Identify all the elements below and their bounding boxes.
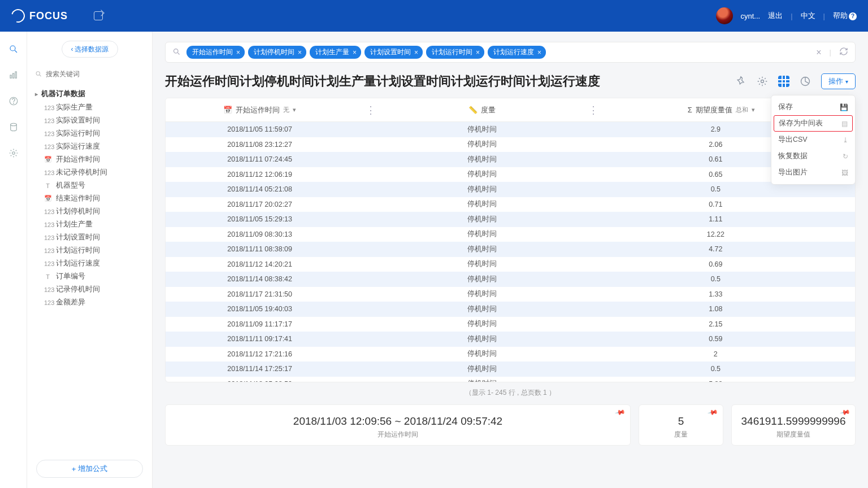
tree-item[interactable]: 123未记录停机时间 (27, 166, 152, 179)
cell-value: 0.59 (610, 335, 855, 343)
select-datasource-button[interactable]: 选择数据源 (62, 41, 118, 58)
table-row[interactable]: 2018/11/05 19:40:03停机时间1.08 (166, 302, 855, 317)
action-button[interactable]: 操作▾ (821, 73, 856, 89)
field-type-icon: 123 (44, 104, 51, 111)
cell-measure: 停机时间 (388, 245, 576, 254)
table-row[interactable]: 2018/11/14 08:38:42停机时间0.5 (166, 272, 855, 287)
rail-chart-icon[interactable] (8, 70, 19, 80)
table-row[interactable]: 2018/11/12 12:06:19停机时间0.65 (166, 167, 855, 182)
table-row[interactable]: 2018/11/12 14:20:21停机时间0.69 (166, 257, 855, 272)
tree-item[interactable]: 📅开始运作时间 (27, 153, 152, 166)
pin-icon[interactable] (735, 76, 747, 87)
field-type-icon: 123 (44, 169, 51, 176)
menu-item-export-csv[interactable]: 导出CSV⤓ (771, 132, 855, 148)
tree-group[interactable]: 机器订单数据 (27, 86, 152, 101)
table-row[interactable]: 2018/11/05 15:29:13停机时间1.11 (166, 212, 855, 227)
chart-view-icon[interactable] (800, 76, 811, 87)
tree-item[interactable]: 123实际生产量 (27, 101, 152, 114)
lang-link[interactable]: 中文 (801, 11, 815, 21)
chip-remove-icon[interactable]: × (537, 49, 541, 56)
rail-help-icon[interactable] (8, 96, 19, 106)
query-chip[interactable]: 计划设置时间× (364, 46, 423, 59)
refresh-icon[interactable] (839, 47, 848, 58)
cell-value: 0.69 (610, 260, 855, 268)
table-row[interactable]: 2018/11/17 21:31:50停机时间1.33 (166, 287, 855, 302)
tree-item[interactable]: 123实际运行时间 (27, 127, 152, 140)
tree-item[interactable]: 123计划生产量 (27, 218, 152, 231)
table-icon: ▤ (841, 120, 848, 128)
logout-link[interactable]: 退出 (768, 11, 783, 21)
tree-item[interactable]: 123实际运行速度 (27, 140, 152, 153)
field-type-icon: 123 (44, 130, 51, 137)
table-row[interactable]: 2018/11/17 20:02:27停机时间0.71 (166, 197, 855, 212)
tree-item-label: 计划停机时间 (56, 207, 100, 216)
sidebar-search[interactable] (35, 70, 144, 79)
table-row[interactable]: 2018/11/18 05:28:59停机时间5.88 (166, 377, 855, 382)
rail-settings-icon[interactable] (8, 148, 19, 158)
tree-item[interactable]: 123金额差异 (27, 296, 152, 309)
field-type-icon: 123 (44, 234, 51, 241)
tree-item[interactable]: 123实际设置时间 (27, 114, 152, 127)
table-row[interactable]: 2018/11/12 17:21:16停机时间2 (166, 347, 855, 362)
col-menu-icon[interactable]: ⋮ (354, 104, 388, 116)
field-type-icon: T (44, 182, 51, 189)
query-chip[interactable]: 计划停机时间× (248, 46, 306, 59)
tree-item[interactable]: 123计划设置时间 (27, 231, 152, 244)
query-search-icon[interactable] (172, 47, 181, 58)
cell-time: 2018/11/12 12:06:19 (166, 171, 354, 178)
tree-item[interactable]: 123记录停机时间 (27, 283, 152, 296)
menu-item-restore[interactable]: 恢复数据↻ (771, 148, 855, 164)
chip-remove-icon[interactable]: × (298, 49, 302, 56)
clear-icon[interactable]: × (816, 47, 821, 58)
tree-item[interactable]: 123计划运行速度 (27, 257, 152, 270)
table-view-icon[interactable] (778, 76, 789, 87)
query-chip[interactable]: 开始运作时间× (186, 46, 245, 59)
menu-item-save[interactable]: 保存💾 (771, 99, 855, 115)
table-row[interactable]: 2018/11/11 07:24:45停机时间0.61 (166, 152, 855, 167)
edit-icon[interactable] (94, 11, 103, 20)
table-row[interactable]: 2018/11/14 05:21:08停机时间0.5 (166, 182, 855, 197)
chip-remove-icon[interactable]: × (236, 49, 240, 56)
table-row[interactable]: 2018/11/08 23:12:27停机时间2.06 (166, 137, 855, 152)
menu-item-export-img[interactable]: 导出图片🖼 (771, 164, 855, 181)
tree-item[interactable]: 123计划停机时间 (27, 205, 152, 218)
table-row[interactable]: 2018/11/05 11:59:07停机时间2.9 (166, 122, 855, 137)
cell-measure: 停机时间 (388, 169, 576, 179)
svg-point-6 (13, 103, 14, 103)
cell-measure: 停机时间 (388, 259, 576, 269)
col-header-time[interactable]: 📅开始运作时间 无▾ (166, 105, 354, 115)
avatar[interactable] (716, 7, 733, 24)
gear-icon[interactable] (757, 76, 768, 87)
col-menu-icon[interactable]: ⋮ (576, 104, 610, 116)
query-chip[interactable]: 计划运行速度× (488, 46, 546, 59)
help-badge-icon: ? (849, 12, 857, 20)
summary-card: 📌 3461911.5999999996 期望度量值 (731, 404, 856, 446)
sidebar-search-input[interactable] (46, 70, 144, 78)
rail-search-icon[interactable] (8, 44, 19, 54)
table-row[interactable]: 2018/11/09 11:17:17停机时间2.15 (166, 317, 855, 332)
tree-item-label: 实际生产量 (56, 103, 93, 112)
chip-remove-icon[interactable]: × (353, 49, 357, 56)
chip-remove-icon[interactable]: × (476, 49, 480, 56)
tree-item[interactable]: T机器型号 (27, 179, 152, 192)
add-formula-button[interactable]: + 增加公式 (36, 460, 143, 478)
tree-item-label: 计划运行时间 (56, 246, 100, 255)
rail-data-icon[interactable] (8, 122, 19, 132)
chevron-down-icon: ▾ (845, 79, 848, 85)
tree-item[interactable]: 📅结束运作时间 (27, 192, 152, 205)
table-row[interactable]: 2018/11/11 09:17:41停机时间0.59 (166, 332, 855, 347)
col-header-measure[interactable]: 📏度量 (388, 105, 576, 115)
chip-remove-icon[interactable]: × (414, 49, 418, 56)
query-chip[interactable]: 计划运行时间× (426, 46, 484, 59)
table-row[interactable]: 2018/11/09 08:30:13停机时间12.22 (166, 227, 855, 242)
help-link[interactable]: 帮助? (833, 11, 857, 21)
tree-item[interactable]: T订单编号 (27, 270, 152, 283)
tree-item[interactable]: 123计划运行时间 (27, 244, 152, 257)
cell-measure: 停机时间 (388, 304, 576, 314)
query-chip[interactable]: 计划生产量× (310, 46, 361, 59)
table-row[interactable]: 2018/11/14 17:25:17停机时间0.5 (166, 361, 855, 377)
calendar-icon: 📅 (223, 106, 232, 114)
menu-item-save-intermediate[interactable]: 保存为中间表▤ (774, 115, 853, 132)
username[interactable]: cynt... (741, 12, 761, 20)
table-row[interactable]: 2018/11/11 08:38:09停机时间4.72 (166, 242, 855, 257)
